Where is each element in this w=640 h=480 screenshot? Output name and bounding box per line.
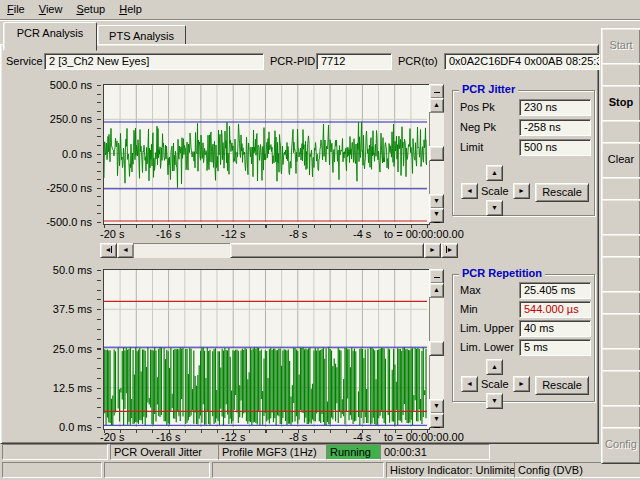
pcr-jitter-title: PCR Jitter — [459, 83, 518, 95]
rep-vscrollbar[interactable]: ▲ ▲ ▼ ▼ — [429, 269, 444, 428]
rep-scale-right-button[interactable]: ► — [513, 376, 530, 392]
pos-pk-value: 230 ns — [519, 99, 591, 116]
side-blank-10 — [601, 370, 640, 407]
rep-scroll-down-button[interactable]: ▼ — [429, 399, 444, 414]
menu-help[interactable]: Help — [112, 0, 149, 18]
rep-rescale-button[interactable]: Rescale — [535, 376, 589, 395]
scroll-left-button[interactable]: ◄ — [117, 243, 134, 258]
scroll-far-left-icon: ◄ — [105, 246, 113, 253]
rep-scroll-bottom-button[interactable]: ▼ — [429, 413, 444, 428]
arrow-left-icon: ◄ — [466, 380, 473, 387]
jitter-scale-right-button[interactable]: ► — [513, 183, 530, 199]
scroll-far-left-button[interactable]: ◄ — [100, 243, 117, 258]
config-button[interactable]: Config — [601, 427, 640, 464]
rep-max-label: Max — [460, 282, 481, 299]
scroll-bottom-icon: ▼ — [433, 415, 440, 432]
jitter-y-ticks — [97, 85, 101, 223]
service-field[interactable]: 2 [3_Ch2 New Eyes] — [44, 53, 264, 70]
side-blank-2 — [601, 120, 640, 144]
rep-xaxis-end-label: to = 00:00:00.00 — [384, 432, 464, 443]
jitter-ytick-n250: -250.0 ns — [26, 182, 92, 194]
jitter-scroll-up-button[interactable]: ▲ — [429, 98, 444, 113]
jitter-rescale-button[interactable]: Rescale — [535, 183, 589, 202]
service-label: Service — [6, 55, 43, 67]
rep-y-ticks — [97, 270, 101, 428]
lim-lower-value: 5 ms — [519, 339, 591, 356]
status-elapsed-time: 00:00:31 — [380, 444, 490, 460]
side-blank-11 — [601, 405, 640, 429]
pcr-to-field[interactable]: 0x0A2C16DF4 0x00AB 08:25:3 — [444, 53, 600, 70]
application-window: FileViewSetupHelp PTS Analysis PCR Analy… — [0, 0, 640, 480]
rep-ytick-0: 0.0 ms — [26, 421, 92, 433]
status-state-badge: Running — [326, 444, 381, 460]
scroll-far-right-icon: ► — [446, 246, 454, 253]
status2-cell-empty-3 — [212, 462, 384, 478]
scroll-bottom-icon: ▼ — [433, 210, 440, 227]
pcr-repetition-title: PCR Repetition — [459, 267, 545, 279]
jitter-ytick-0: 0.0 ns — [26, 148, 92, 160]
jitter-scale-up-button[interactable]: ▲ — [486, 165, 503, 181]
status-cell-empty-1 — [2, 444, 108, 460]
scroll-far-right-button[interactable]: ► — [441, 243, 458, 258]
repetition-chart — [103, 269, 430, 430]
pcr-pid-label: PCR-PID — [270, 55, 315, 67]
arrow-right-icon: ► — [518, 380, 525, 387]
rep-scroll-top-button[interactable]: ▲ — [429, 269, 444, 284]
arrow-up-icon: ▲ — [433, 286, 440, 293]
tab-pcr-analysis[interactable]: PCR Analysis — [3, 22, 97, 51]
rep-min-value: 544.000 µs — [519, 301, 591, 318]
jitter-chart — [103, 84, 430, 225]
jitter-scroll-down-button[interactable]: ▼ — [429, 194, 444, 209]
side-blank-6 — [601, 256, 640, 293]
menu-setup[interactable]: Setup — [69, 0, 112, 18]
scroll-right-button[interactable]: ► — [424, 243, 441, 258]
rep-ytick-25: 25.0 ms — [26, 343, 92, 355]
arrow-up-icon: ▲ — [491, 169, 498, 176]
pcr-to-label: PCR(to) — [398, 55, 438, 67]
rep-scroll-thumb[interactable] — [429, 341, 444, 356]
jitter-scroll-thumb[interactable] — [429, 146, 444, 161]
jitter-xtick-n20: -20 s — [100, 229, 124, 240]
arrow-up-icon: ▲ — [433, 101, 440, 108]
arrow-left-icon: ◄ — [466, 187, 473, 194]
side-blank-5 — [601, 234, 640, 258]
start-button[interactable]: Start — [601, 28, 640, 65]
jitter-scroll-bottom-button[interactable]: ▼ — [429, 208, 444, 223]
menu-view[interactable]: View — [32, 0, 70, 18]
jitter-scale-left-button[interactable]: ◄ — [461, 183, 478, 199]
rep-scale-left-button[interactable]: ◄ — [461, 376, 478, 392]
side-blank-9 — [601, 348, 640, 372]
jitter-limit-label: Limit — [460, 139, 483, 156]
rep-scale-down-button[interactable]: ▼ — [486, 393, 503, 409]
jitter-scroll-top-button[interactable]: ▲ — [429, 84, 444, 99]
arrow-right-icon: ► — [429, 246, 436, 253]
rep-xtick-n16: -16 s — [156, 432, 180, 443]
jitter-xtick-n4: -4 s — [353, 229, 371, 240]
rep-xtick-n4: -4 s — [353, 432, 371, 443]
menu-file[interactable]: File — [0, 0, 32, 18]
side-blank-3 — [601, 177, 640, 201]
arrow-down-icon: ▼ — [433, 197, 440, 204]
jitter-x-ticks — [104, 224, 428, 228]
time-hscrollbar[interactable]: ◄ ◄ ► ► — [100, 243, 456, 258]
rep-ytick-50: 50.0 ms — [26, 264, 92, 276]
rep-ytick-37: 37.5 ms — [26, 303, 92, 315]
stop-button[interactable]: Stop — [601, 85, 640, 122]
arrow-down-icon: ▼ — [491, 204, 498, 211]
clear-button[interactable]: Clear — [601, 142, 640, 179]
rep-xtick-n12: -12 s — [221, 432, 245, 443]
jitter-scale-down-button[interactable]: ▼ — [486, 200, 503, 216]
jitter-limit-value: 500 ns — [519, 139, 591, 156]
pos-pk-label: Pos Pk — [460, 99, 495, 116]
pcr-pid-field[interactable]: 7712 — [316, 53, 392, 70]
rep-scale-label: Scale — [481, 376, 509, 393]
rep-scroll-up-button[interactable]: ▲ — [429, 283, 444, 298]
side-blank-1 — [601, 63, 640, 87]
rep-scale-up-button[interactable]: ▲ — [486, 359, 503, 375]
neg-pk-label: Neg Pk — [460, 119, 496, 136]
status2-cell-empty-2 — [104, 462, 210, 478]
hscroll-thumb[interactable] — [230, 243, 424, 258]
jitter-xtick-n16: -16 s — [156, 229, 180, 240]
jitter-vscrollbar[interactable]: ▲ ▲ ▼ ▼ — [429, 84, 444, 223]
jitter-xtick-n12: -12 s — [221, 229, 245, 240]
